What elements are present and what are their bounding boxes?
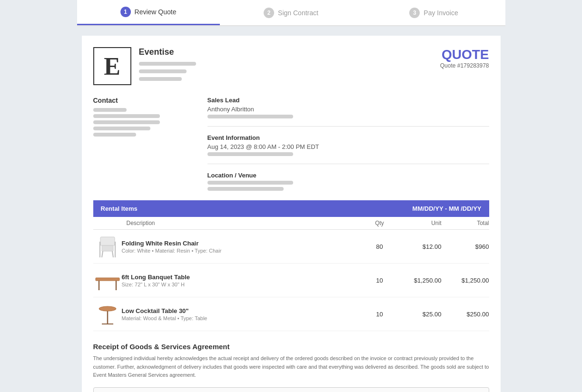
- step-label-3: Pay Invoice: [424, 9, 458, 17]
- agreement-text: The undersigned individual hereby acknow…: [93, 354, 489, 380]
- item-qty-2: 10: [365, 277, 394, 284]
- col-desc-header: Description: [127, 220, 365, 226]
- info-right: Sales Lead Anthony Albritton Event Infor…: [207, 97, 489, 191]
- quote-number: Quote #179283978: [440, 62, 489, 69]
- rental-items-title: Rental Items: [101, 205, 138, 212]
- item-unit-3: $25.00: [394, 311, 442, 318]
- svg-point-9: [99, 306, 116, 311]
- step-num-2: 2: [264, 8, 274, 18]
- location-label: Location / Venue: [207, 172, 489, 179]
- content-card: E Eventise QUOTE Quote #179283978 Contac…: [82, 36, 501, 392]
- step-num-3: 3: [409, 8, 420, 18]
- table-row: Low Cocktail Table 30" Material: Wood & …: [93, 297, 489, 331]
- col-unit-header: Unit: [394, 220, 442, 226]
- header-section: E Eventise QUOTE Quote #179283978: [93, 47, 489, 85]
- agreement-title: Receipt of Goods & Services Agreement: [93, 343, 489, 351]
- rental-items-header: Rental Items MM/DD/YY - MM /DD/YY: [93, 200, 489, 217]
- event-line: [207, 152, 293, 156]
- item-qty-3: 10: [365, 311, 394, 318]
- step-pay-invoice[interactable]: 3 Pay Invoice: [363, 0, 505, 25]
- table-row: 6ft Long Banquet Table Size: 72" L x 30"…: [93, 264, 489, 297]
- company-line-2: [139, 69, 187, 73]
- company-logo: E: [93, 47, 131, 85]
- col-qty-header: Qty: [365, 220, 394, 226]
- item-unit-2: $1,250.00: [394, 277, 442, 284]
- contact-line-4: [93, 127, 150, 130]
- company-logo-letter: E: [104, 52, 120, 80]
- event-date: Aug 14, 2023 @ 8:00 AM - 2:00 PM EDT: [207, 143, 489, 150]
- company-line-1: [139, 62, 196, 66]
- item-desc-1: Folding White Resin Chair Color: White •…: [122, 240, 365, 254]
- company-info: E Eventise: [93, 47, 196, 85]
- svg-line-3: [112, 251, 113, 257]
- step-sign-contract[interactable]: 2 Sign Contract: [220, 0, 363, 25]
- step-review-quote[interactable]: 1 Review Quote: [77, 0, 220, 25]
- location-line-1: [207, 181, 293, 185]
- banquet-table-icon: [93, 268, 122, 292]
- item-desc-2: 6ft Long Banquet Table Size: 72" L x 30"…: [122, 274, 365, 287]
- chair-icon: [93, 235, 122, 258]
- contact-section: Contact: [93, 97, 198, 191]
- step-label-2: Sign Contract: [278, 9, 318, 17]
- contact-line-2: [93, 114, 160, 118]
- location-line-2: [207, 187, 284, 191]
- divider-1: [207, 126, 489, 127]
- stepper: 1 Review Quote 2 Sign Contract 3 Pay Inv…: [77, 0, 505, 26]
- company-line-3: [139, 77, 182, 81]
- signer-name-display: Brady Thomas: [93, 387, 489, 392]
- item-total-2: $1,250.00: [442, 277, 489, 284]
- contact-label: Contact: [93, 97, 198, 104]
- item-total-3: $250.00: [442, 311, 489, 318]
- rental-date-range: MM/DD/YY - MM /DD/YY: [413, 205, 482, 212]
- contact-line-3: [93, 120, 160, 124]
- contact-line-1: [93, 108, 127, 112]
- quote-label: QUOTE: [440, 47, 489, 62]
- step-num-1: 1: [120, 7, 131, 17]
- table-header: Description Qty Unit Total: [93, 217, 489, 230]
- cocktail-table-icon: [93, 302, 122, 326]
- sales-lead-line: [207, 115, 293, 118]
- rental-items-section: Rental Items MM/DD/YY - MM /DD/YY Descri…: [93, 200, 489, 331]
- svg-rect-1: [102, 245, 113, 251]
- col-img-header: [93, 220, 127, 226]
- contact-line-5: [93, 133, 136, 137]
- table-row: Folding White Resin Chair Color: White •…: [93, 230, 489, 264]
- col-total-header: Total: [442, 220, 489, 226]
- item-qty-1: 80: [365, 243, 394, 250]
- company-details: Eventise: [139, 47, 196, 83]
- step-label-1: Review Quote: [135, 8, 177, 16]
- event-info-label: Event Information: [207, 134, 489, 141]
- svg-rect-6: [96, 278, 119, 281]
- sales-lead-name: Anthony Albritton: [207, 106, 489, 113]
- agreement-section: Receipt of Goods & Services Agreement Th…: [93, 343, 489, 392]
- sales-lead-label: Sales Lead: [207, 97, 489, 104]
- item-desc-3: Low Cocktail Table 30" Material: Wood & …: [122, 307, 365, 321]
- item-total-1: $960: [442, 243, 489, 250]
- svg-line-2: [102, 251, 103, 257]
- divider-2: [207, 164, 489, 164]
- svg-rect-0: [100, 237, 115, 245]
- company-name: Eventise: [139, 47, 196, 57]
- quote-info: QUOTE Quote #179283978: [440, 47, 489, 69]
- item-unit-1: $12.00: [394, 243, 442, 250]
